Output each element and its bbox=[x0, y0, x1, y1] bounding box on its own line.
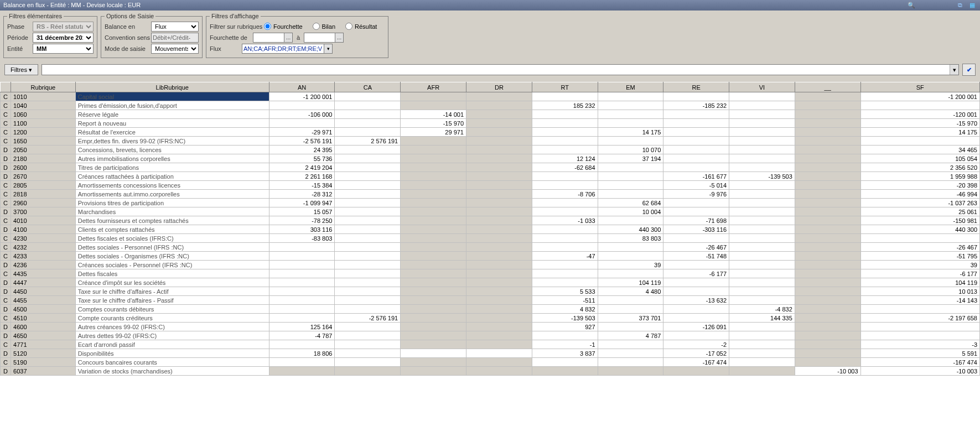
value-cell[interactable] bbox=[466, 296, 532, 305]
value-cell[interactable]: -1 200 001 bbox=[269, 92, 335, 101]
value-cell[interactable]: -20 398 bbox=[860, 181, 979, 190]
librubrique-cell[interactable]: Créances sociales - Personnel (IFRS :NC) bbox=[75, 261, 269, 269]
value-cell[interactable] bbox=[663, 199, 729, 207]
value-cell[interactable] bbox=[598, 305, 663, 314]
value-cell[interactable] bbox=[795, 340, 860, 349]
column-header[interactable]: AN bbox=[269, 82, 335, 92]
librubrique-cell[interactable]: Compte courants créditeurs bbox=[75, 314, 269, 323]
value-cell[interactable] bbox=[401, 163, 466, 172]
value-cell[interactable] bbox=[598, 358, 663, 367]
value-cell[interactable] bbox=[401, 367, 466, 376]
value-cell[interactable] bbox=[466, 367, 532, 376]
rubrique-cell[interactable]: 1060 bbox=[11, 110, 76, 119]
table-row[interactable]: D3700Marchandises15 05710 00425 061 bbox=[1, 207, 980, 216]
value-cell[interactable] bbox=[401, 101, 466, 110]
value-cell[interactable]: -1 037 263 bbox=[860, 199, 979, 207]
value-cell[interactable] bbox=[466, 225, 532, 234]
value-cell[interactable]: 62 684 bbox=[598, 199, 663, 207]
value-cell[interactable]: -83 803 bbox=[269, 234, 335, 243]
value-cell[interactable]: -10 003 bbox=[795, 367, 860, 376]
value-cell[interactable] bbox=[401, 225, 466, 234]
value-cell[interactable] bbox=[335, 287, 401, 296]
grid[interactable]: RubriqueLibRubriqueANCAAFRDRRTEMREVI__SF… bbox=[0, 82, 980, 426]
value-cell[interactable] bbox=[729, 207, 795, 216]
value-cell[interactable] bbox=[269, 269, 335, 278]
value-cell[interactable] bbox=[532, 367, 598, 376]
value-cell[interactable] bbox=[729, 101, 795, 110]
flux-combo[interactable]: ▾ bbox=[242, 44, 333, 54]
value-cell[interactable]: -120 001 bbox=[860, 110, 979, 119]
rubrique-cell[interactable]: 4510 bbox=[11, 314, 76, 323]
ellipsis-icon[interactable]: … bbox=[284, 33, 293, 43]
value-cell[interactable]: 144 335 bbox=[729, 314, 795, 323]
value-cell[interactable]: -167 474 bbox=[860, 358, 979, 367]
value-cell[interactable] bbox=[795, 146, 860, 154]
value-cell[interactable] bbox=[729, 154, 795, 163]
table-row[interactable]: D2600Titres de participations2 419 204-6… bbox=[1, 163, 980, 172]
value-cell[interactable] bbox=[269, 119, 335, 128]
value-cell[interactable] bbox=[729, 225, 795, 234]
value-cell[interactable] bbox=[466, 172, 532, 181]
table-row[interactable]: C4010Dettes fournisseurs et comptes ratt… bbox=[1, 216, 980, 225]
value-cell[interactable] bbox=[795, 252, 860, 261]
rubrique-cell[interactable]: 4435 bbox=[11, 269, 76, 278]
value-cell[interactable] bbox=[466, 331, 532, 340]
value-cell[interactable]: 3 837 bbox=[532, 349, 598, 358]
librubrique-cell[interactable]: Clients et comptes rattachés bbox=[75, 225, 269, 234]
link-icon[interactable]: ⧉ bbox=[956, 1, 965, 10]
value-cell[interactable] bbox=[729, 119, 795, 128]
librubrique-cell[interactable]: Créances rattachées à participation bbox=[75, 172, 269, 181]
value-cell[interactable] bbox=[466, 243, 532, 252]
value-cell[interactable] bbox=[401, 181, 466, 190]
value-cell[interactable] bbox=[532, 92, 598, 101]
rubrique-cell[interactable]: 4455 bbox=[11, 296, 76, 305]
value-cell[interactable]: -2 197 658 bbox=[860, 314, 979, 323]
value-cell[interactable]: -13 632 bbox=[663, 296, 729, 305]
value-cell[interactable] bbox=[466, 314, 532, 323]
value-cell[interactable] bbox=[795, 207, 860, 216]
librubrique-cell[interactable]: Résultat de l'exercice bbox=[75, 128, 269, 137]
table-row[interactable]: C4510Compte courants créditeurs-2 576 19… bbox=[1, 314, 980, 323]
value-cell[interactable] bbox=[663, 331, 729, 340]
librubrique-cell[interactable]: Marchandises bbox=[75, 207, 269, 216]
table-row[interactable]: C4455Taxe sur le chiffre d'affaires - Pa… bbox=[1, 296, 980, 305]
value-cell[interactable] bbox=[466, 110, 532, 119]
rubrique-cell[interactable]: 2818 bbox=[11, 190, 76, 199]
table-row[interactable]: D4500Comptes courants débiteurs4 832-4 8… bbox=[1, 305, 980, 314]
value-cell[interactable] bbox=[795, 137, 860, 146]
value-cell[interactable] bbox=[532, 331, 598, 340]
value-cell[interactable] bbox=[466, 269, 532, 278]
table-row[interactable]: C1060Réserve légale-106 000-14 001-120 0… bbox=[1, 110, 980, 119]
value-cell[interactable] bbox=[729, 216, 795, 225]
value-cell[interactable] bbox=[532, 225, 598, 234]
value-cell[interactable]: 4 787 bbox=[598, 331, 663, 340]
value-cell[interactable] bbox=[795, 92, 860, 101]
value-cell[interactable] bbox=[269, 358, 335, 367]
value-cell[interactable] bbox=[401, 323, 466, 331]
value-cell[interactable] bbox=[335, 252, 401, 261]
value-cell[interactable] bbox=[532, 128, 598, 137]
value-cell[interactable] bbox=[269, 340, 335, 349]
value-cell[interactable] bbox=[663, 314, 729, 323]
value-cell[interactable] bbox=[269, 305, 335, 314]
value-cell[interactable] bbox=[729, 190, 795, 199]
value-cell[interactable] bbox=[795, 216, 860, 225]
value-cell[interactable] bbox=[335, 323, 401, 331]
value-cell[interactable]: -2 576 191 bbox=[269, 137, 335, 146]
value-cell[interactable]: 1 959 988 bbox=[860, 172, 979, 181]
value-cell[interactable]: -167 474 bbox=[663, 358, 729, 367]
value-cell[interactable]: 39 bbox=[598, 261, 663, 269]
value-cell[interactable] bbox=[795, 101, 860, 110]
value-cell[interactable] bbox=[598, 323, 663, 331]
value-cell[interactable] bbox=[466, 252, 532, 261]
rubrique-cell[interactable]: 2180 bbox=[11, 154, 76, 163]
value-cell[interactable] bbox=[401, 172, 466, 181]
value-cell[interactable]: -17 052 bbox=[663, 349, 729, 358]
value-cell[interactable] bbox=[335, 101, 401, 110]
table-row[interactable]: D6037Variation de stocks (marchandises)-… bbox=[1, 367, 980, 376]
rubrique-cell[interactable]: 1100 bbox=[11, 119, 76, 128]
table-row[interactable]: C4435Dettes fiscales-6 177-6 177 bbox=[1, 269, 980, 278]
value-cell[interactable] bbox=[335, 243, 401, 252]
value-cell[interactable]: -139 503 bbox=[729, 172, 795, 181]
value-cell[interactable] bbox=[795, 190, 860, 199]
